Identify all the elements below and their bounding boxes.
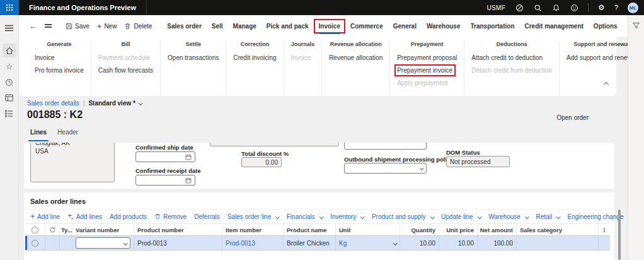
engineering-change-menu[interactable]: Engineering change [563, 213, 635, 220]
ribbon-menu-item[interactable]: Payment schedule [98, 52, 150, 64]
row-select-radio[interactable] [32, 240, 38, 247]
ribbon-menu-item[interactable]: Credit invoicing [233, 52, 276, 64]
ribbon-menu-item[interactable]: Cash flow forecasts [98, 64, 153, 77]
smiley-icon[interactable] [570, 3, 578, 12]
ribbon-menu-item[interactable]: Pro forma invoice [35, 64, 84, 77]
action-pane-tab[interactable]: Warehouse [422, 15, 466, 37]
favorites-star-icon[interactable]: ☆ [3, 59, 16, 73]
ribbon-menu-item[interactable]: Revenue allocation [329, 52, 382, 64]
ribbon-group-title: Support and renewal [566, 41, 636, 47]
collapse-ribbon-button[interactable] [602, 79, 608, 90]
add-products-button[interactable]: Add products [106, 213, 151, 220]
column-header-unit-price[interactable]: Unit price [439, 224, 478, 235]
order-status-text: Open order [556, 114, 589, 121]
ribbon-menu-item[interactable]: Prepayment invoice [397, 64, 452, 77]
new-button[interactable]: + New [93, 22, 121, 30]
avatar[interactable]: ML [628, 3, 638, 13]
view-selector[interactable]: Standard view * [88, 100, 135, 107]
ribbon-group-title: Bill [98, 41, 153, 47]
add-lines-button[interactable]: ++Add lines [64, 212, 106, 222]
calendar-icon[interactable] [185, 177, 192, 184]
column-header-product-name[interactable]: Product name [284, 224, 336, 235]
action-pane-tab[interactable]: Pick and pack [262, 15, 314, 37]
delete-button[interactable]: Delete [120, 23, 156, 30]
retail-menu[interactable]: Retail [532, 213, 563, 220]
back-arrow-icon[interactable]: ← [25, 21, 41, 31]
column-header-product-number[interactable]: Product number [134, 224, 222, 235]
clipped-dropdown [344, 143, 427, 150]
confirmed-receipt-date-input[interactable] [135, 175, 195, 186]
warehouse-menu[interactable]: Warehouse [485, 213, 532, 220]
page-tab[interactable]: Header [57, 127, 78, 140]
deferrals-button[interactable]: Deferrals [190, 213, 224, 220]
outbound-policy-dropdown[interactable] [344, 163, 427, 174]
action-pane-tab[interactable]: Invoice [314, 15, 345, 37]
ribbon-group-bill: Bill Payment scheduleCash flow forecasts [91, 41, 161, 96]
workspaces-icon[interactable] [3, 91, 16, 105]
filter-icon[interactable] [632, 21, 640, 260]
action-pane-tab[interactable]: Credit management [520, 15, 589, 37]
ribbon-menu-item[interactable]: Invoice [35, 52, 55, 64]
page-tabs: LinesHeader [30, 127, 78, 140]
circle-slash-icon[interactable] [515, 3, 524, 12]
ribbon-menu-item[interactable]: Attach credit to deduction [471, 52, 543, 64]
chevron-down-icon[interactable] [139, 101, 142, 105]
financials-menu[interactable]: Financials [283, 213, 327, 220]
column-header-item-number[interactable]: Item number [222, 224, 284, 235]
section-title: Sales order lines [24, 192, 614, 210]
calendar-icon[interactable] [185, 154, 192, 160]
column-options-icon[interactable]: ⋮ [599, 224, 610, 235]
add-line-button[interactable]: +Add line [26, 213, 64, 220]
column-header-net-amount[interactable]: Net amount [478, 224, 517, 235]
page-tab[interactable]: Lines [30, 127, 47, 140]
ribbon-menu-item[interactable]: Add support and renewal [566, 52, 636, 64]
chevron-down-icon [478, 215, 481, 218]
column-header-unit[interactable]: Unit [336, 224, 400, 235]
column-header-variant[interactable]: Variant number [72, 224, 134, 235]
breadcrumb-link[interactable]: Sales order details [27, 100, 79, 107]
inventory-menu[interactable]: Inventory [326, 213, 368, 220]
action-pane-tab[interactable]: General [388, 15, 422, 37]
action-pane-tab[interactable]: Commerce [345, 15, 388, 37]
sales-order-line-row[interactable]: Prod-0013 Prod-0013 Broiler Chicken Kg 1… [25, 236, 610, 251]
bell-icon[interactable] [551, 3, 560, 12]
update-line-menu[interactable]: Update line [437, 213, 485, 220]
action-pane-tab[interactable]: Sell [207, 15, 228, 37]
variant-number-combobox[interactable] [76, 237, 130, 249]
item-number-link[interactable]: Prod-0013 [226, 240, 255, 247]
appbar-toggle-icon[interactable] [41, 23, 55, 30]
action-pane-tab[interactable]: Transportation [465, 15, 519, 37]
sales-order-line-menu[interactable]: Sales order line [224, 213, 283, 220]
home-icon[interactable] [3, 44, 16, 57]
gear-icon[interactable]: ⚙ [598, 4, 605, 11]
ribbon-menu-item[interactable]: Invoice [291, 52, 311, 64]
recent-clock-icon[interactable] [3, 75, 16, 89]
column-header-quantity[interactable]: Quantity [400, 224, 439, 235]
ribbon-group-generate: Generate InvoicePro forma invoice [28, 41, 91, 96]
company-badge[interactable]: USMF [487, 4, 506, 11]
help-icon[interactable]: ? [614, 4, 618, 11]
action-pane-tab[interactable]: Manage [228, 15, 262, 37]
waffle-menu-button[interactable] [0, 0, 19, 15]
action-pane-tab[interactable]: Sales order [162, 15, 206, 37]
ribbon-menu-item[interactable]: Apply prepayment [397, 77, 448, 90]
confirmed-ship-date-input[interactable] [135, 151, 195, 162]
cell-product-name: Broiler Chicken [284, 236, 336, 250]
product-and-supply-menu[interactable]: Product and supply [368, 213, 437, 220]
save-button[interactable]: Save [62, 23, 93, 30]
vertical-scrollbar[interactable] [618, 210, 621, 260]
ribbon-group-prepayment: Prepayment Prepayment proposalPrepayment… [390, 41, 464, 96]
search-icon[interactable] [533, 3, 542, 12]
column-header-type[interactable]: Ty... [60, 224, 72, 235]
ribbon-menu-item[interactable]: Prepayment proposal [397, 52, 457, 64]
ribbon-menu-item[interactable]: Detach credit from deduction [471, 64, 552, 77]
unit-link[interactable]: Kg [339, 240, 347, 247]
hamburger-icon[interactable] [3, 21, 16, 35]
chevron-down-icon[interactable] [393, 241, 397, 245]
remove-button[interactable]: Remove [151, 213, 190, 220]
column-header-sales-category[interactable]: Sales category [517, 224, 599, 235]
ribbon-menu-item[interactable]: Open transactions [168, 52, 219, 64]
select-all-radio[interactable] [32, 227, 38, 233]
action-pane-tab[interactable]: Options [589, 15, 623, 37]
modules-list-icon[interactable] [3, 107, 16, 121]
